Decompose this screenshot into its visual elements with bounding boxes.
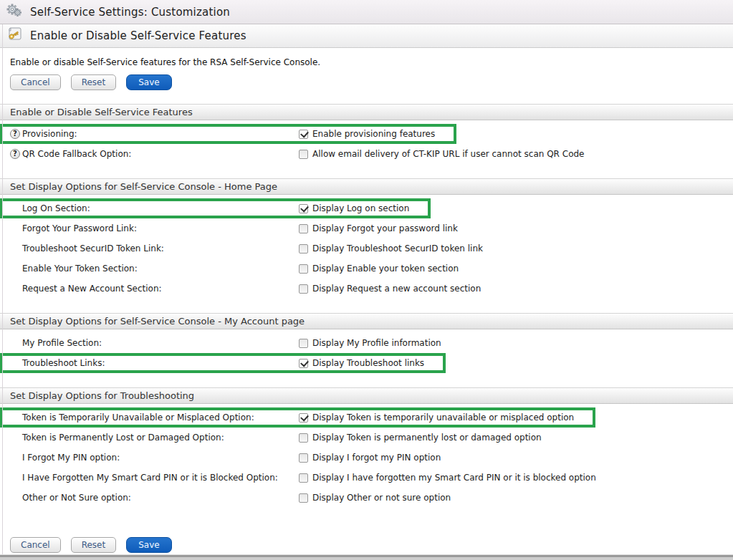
setting-check-cell: Display Token is permanently lost or dam… [299, 433, 542, 443]
setting-label: Request a New Account Section: [22, 284, 162, 294]
checkbox-label: Display Request a new account section [312, 284, 481, 294]
reset-button[interactable]: Reset [71, 74, 117, 90]
setting-label: Other or Not Sure option: [22, 493, 131, 503]
checkbox-label: Display Token is temporarily unavailable… [312, 412, 574, 423]
setting-row-box: ? Token is Permanently Lost or Damaged O… [0, 428, 563, 448]
icon-slot: ? [10, 264, 22, 274]
checkbox-label: Display Enable your token section [312, 264, 459, 274]
setting-check-cell: Display My Profile information [299, 338, 441, 348]
setting-checkbox[interactable] [299, 339, 308, 348]
setting-checkbox[interactable] [299, 413, 308, 423]
setting-label: Provisioning: [22, 129, 77, 139]
window-titlebar: Self-Service Settings: Customization [0, 0, 733, 24]
setting-row: ? I Have Forgotten My Smart Card PIN or … [0, 468, 733, 488]
setting-row-box: ? I Forgot My PIN option: Display I forg… [0, 448, 462, 468]
setting-row: ? Log On Section: Display Log on section [0, 198, 733, 218]
section-rows: ? Token is Temporarily Unavailable or Mi… [0, 404, 733, 508]
save-button-bottom[interactable]: Save [126, 537, 171, 553]
setting-row-box: ? Enable Your Token Section: Display Ena… [0, 259, 480, 279]
section-rows: ? Log On Section: Display Log on section… [0, 195, 733, 299]
checkbox-label: Display Troubleshoot links [312, 358, 424, 368]
setting-label-cell: ? Request a New Account Section: [3, 284, 299, 294]
setting-label: Troubleshoot SecurID Token Link: [22, 243, 164, 254]
section-header: Set Display Options for Self-Service Con… [0, 313, 733, 329]
setting-check-cell: Allow email delivery of CT-KIP URL if us… [299, 149, 584, 159]
setting-label-cell: ? Token is Permanently Lost or Damaged O… [3, 433, 299, 443]
setting-check-cell: Display Other or not sure option [299, 493, 451, 503]
setting-checkbox[interactable] [299, 130, 308, 139]
reset-button-bottom[interactable]: Reset [71, 537, 117, 553]
help-icon[interactable]: ? [10, 149, 20, 159]
setting-label-cell: ? Troubleshoot Links: [3, 358, 299, 368]
checkbox-label: Display My Profile information [312, 338, 441, 348]
setting-checkbox[interactable] [299, 433, 308, 443]
setting-row-box: ? Request a New Account Section: Display… [0, 279, 502, 299]
checkbox-label: Display I have forgotten my Smart Card P… [312, 473, 596, 483]
setting-checkbox[interactable] [299, 244, 308, 254]
settings-section: Set Display Options for Self-Service Con… [0, 313, 733, 373]
checkbox-label: Allow email delivery of CT-KIP URL if us… [312, 149, 584, 159]
setting-row-box: ? My Profile Section: Display My Profile… [0, 333, 463, 353]
setting-row-box: ? QR Code Fallback Option: Allow email d… [0, 144, 605, 164]
checkbox-label: Display Log on section [312, 203, 409, 213]
setting-row: ? Troubleshoot Links: Display Troublesho… [0, 353, 733, 373]
setting-checkbox[interactable] [299, 473, 308, 483]
setting-label: Enable Your Token Section: [22, 264, 138, 274]
icon-slot: ? [10, 453, 22, 463]
section-titlebar: Enable or Disable Self-Service Features [0, 24, 733, 48]
setting-row: ? Request a New Account Section: Display… [0, 279, 733, 299]
cancel-button[interactable]: Cancel [10, 74, 61, 90]
sections: Enable or Disable Self-Service Features … [0, 104, 733, 508]
setting-check-cell: Display I forgot my PIN option [299, 453, 441, 463]
setting-row: ? My Profile Section: Display My Profile… [0, 333, 733, 353]
checkbox-label: Display Forgot your password link [312, 223, 458, 233]
save-button[interactable]: Save [126, 74, 171, 90]
setting-check-cell: Display Forgot your password link [299, 223, 458, 233]
checkbox-label: Display Other or not sure option [312, 493, 451, 503]
icon-slot: ? [10, 412, 22, 423]
setting-checkbox[interactable] [299, 264, 308, 274]
section-header: Set Display Options for Self-Service Con… [0, 178, 733, 195]
setting-checkbox[interactable] [299, 150, 308, 159]
setting-label: Token is Permanently Lost or Damaged Opt… [22, 433, 224, 443]
setting-row: ? Token is Temporarily Unavailable or Mi… [0, 407, 733, 428]
setting-row-box: ? Forgot Your Password Link: Display For… [0, 218, 479, 238]
checkbox-label: Display Token is permanently lost or dam… [312, 433, 542, 443]
bottom-divider-bar [0, 554, 733, 560]
icon-slot: ? [10, 223, 22, 233]
setting-checkbox[interactable] [299, 453, 308, 463]
cancel-button-bottom[interactable]: Cancel [10, 537, 61, 553]
setting-row-box: ? Troubleshoot Links: Display Troublesho… [0, 353, 446, 373]
icon-slot: ? [10, 129, 22, 139]
checkbox-label: Display Troubleshoot SecurID token link [312, 243, 483, 254]
settings-section: Enable or Disable Self-Service Features … [0, 104, 733, 164]
section-header: Enable or Disable Self-Service Features [0, 104, 733, 120]
icon-slot: ? [10, 338, 22, 348]
section-header: Set Display Options for Troubleshooting [0, 387, 733, 404]
setting-check-cell: Display I have forgotten my Smart Card P… [299, 473, 596, 483]
setting-label-cell: ? I Have Forgotten My Smart Card PIN or … [3, 473, 299, 483]
setting-label-cell: ? Log On Section: [3, 203, 299, 213]
setting-label-cell: ? Enable Your Token Section: [3, 264, 299, 274]
setting-checkbox[interactable] [299, 284, 308, 294]
icon-slot: ? [10, 149, 22, 159]
checkbox-label: Display I forgot my PIN option [312, 453, 441, 463]
page-description: Enable or disable Self-Service features … [0, 48, 733, 69]
help-icon[interactable]: ? [10, 129, 20, 139]
setting-check-cell: Display Troubleshoot links [299, 358, 424, 368]
bottom-button-row: Cancel Reset Save [0, 536, 733, 553]
setting-check-cell: Display Troubleshoot SecurID token link [299, 243, 483, 254]
setting-row-box: ? I Have Forgotten My Smart Card PIN or … [0, 468, 618, 488]
setting-label: I Forgot My PIN option: [22, 453, 120, 463]
setting-checkbox[interactable] [299, 359, 308, 368]
setting-checkbox[interactable] [299, 204, 308, 213]
setting-label-cell: ? Provisioning: [3, 129, 299, 139]
setting-label: I Have Forgotten My Smart Card PIN or it… [22, 473, 278, 483]
setting-checkbox[interactable] [299, 493, 308, 503]
setting-checkbox[interactable] [299, 224, 308, 233]
setting-check-cell: Display Token is temporarily unavailable… [299, 412, 574, 423]
setting-row: ? I Forgot My PIN option: Display I forg… [0, 448, 733, 468]
page-title: Self-Service Settings: Customization [30, 6, 230, 19]
setting-label: QR Code Fallback Option: [22, 149, 131, 159]
setting-label-cell: ? Troubleshoot SecurID Token Link: [3, 243, 299, 254]
